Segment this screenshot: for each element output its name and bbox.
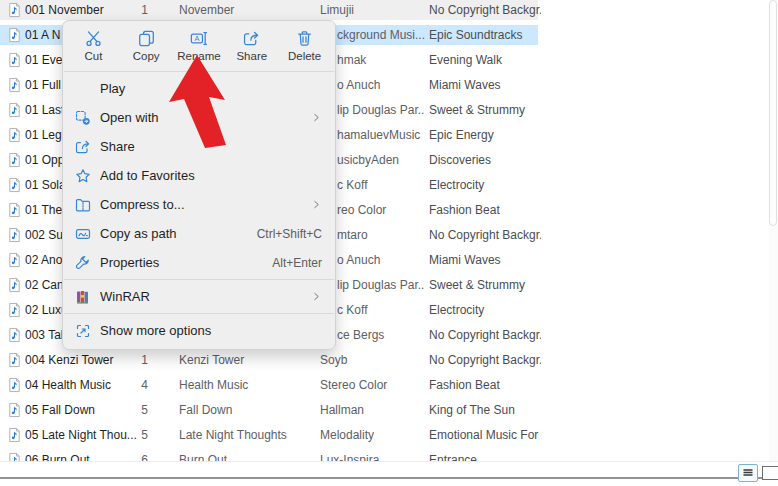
album: Epic Soundtracks bbox=[429, 25, 541, 45]
keyboard-shortcut: Ctrl+Shift+C bbox=[257, 227, 322, 241]
album: Electrocity bbox=[429, 300, 541, 320]
music-file-icon bbox=[7, 102, 22, 118]
music-file-icon bbox=[7, 202, 22, 218]
show-more-icon bbox=[75, 323, 91, 339]
file-row[interactable]: 05 Fall Down 5 Fall Down Hallman King of… bbox=[0, 400, 538, 420]
rename-button[interactable]: Rename bbox=[173, 23, 226, 69]
artist: ckground Musi... bbox=[337, 25, 425, 45]
artist: reo Color bbox=[337, 200, 425, 220]
album: Miami Waves bbox=[429, 75, 541, 95]
menu-separator bbox=[64, 71, 334, 72]
winrar-icon bbox=[75, 289, 91, 305]
artist: Stereo Color bbox=[320, 375, 424, 395]
file-row[interactable]: 04 Health Music 4 Health Music Stereo Co… bbox=[0, 375, 538, 395]
album: Electrocity bbox=[429, 175, 541, 195]
chevron-right-icon bbox=[311, 112, 322, 123]
music-file-icon bbox=[7, 77, 22, 93]
menu-item-play[interactable]: Play bbox=[63, 74, 335, 103]
chevron-right-icon bbox=[311, 199, 322, 210]
album: Miami Waves bbox=[429, 250, 541, 270]
artist: mtaro bbox=[337, 225, 425, 245]
music-file-icon bbox=[7, 252, 22, 268]
list-lines-icon bbox=[739, 465, 757, 481]
compress-icon bbox=[75, 197, 91, 213]
artist: Soyb bbox=[320, 350, 424, 370]
music-file-icon bbox=[7, 52, 22, 68]
window-bottom-line bbox=[0, 477, 778, 479]
song-title: Kenzi Tower bbox=[179, 350, 309, 370]
menu-item-compress-to[interactable]: Compress to... bbox=[63, 190, 335, 219]
artist: usicbyAden bbox=[337, 150, 425, 170]
album: King of The Sun bbox=[429, 400, 541, 420]
artist: Limujii bbox=[320, 0, 424, 20]
copy-icon bbox=[138, 30, 155, 47]
menu-item-share[interactable]: Share bbox=[63, 132, 335, 161]
album: Fashion Beat bbox=[429, 375, 541, 395]
album: Sweet & Strummy bbox=[429, 100, 541, 120]
menu-items: Play Open with Share Add to Favorites Co… bbox=[63, 74, 335, 345]
music-file-icon bbox=[7, 302, 22, 318]
music-file-icon bbox=[7, 327, 22, 343]
track-number: 1 bbox=[118, 0, 148, 20]
statusbar-divider bbox=[0, 461, 778, 462]
album: Fashion Beat bbox=[429, 200, 541, 220]
file-row[interactable]: 004 Kenzi Tower 1 Kenzi Tower Soyb No Co… bbox=[0, 350, 538, 370]
artist: hamaluevMusic bbox=[337, 125, 425, 145]
music-file-icon bbox=[7, 377, 22, 393]
menu-item-copy-as-path[interactable]: Copy as path Ctrl+Shift+C bbox=[63, 219, 335, 248]
menu-item-show-more-options[interactable]: Show more options bbox=[63, 316, 335, 345]
artist: lip Douglas Par... bbox=[337, 275, 425, 295]
share-icon bbox=[243, 30, 260, 47]
menu-item-open-with[interactable]: Open with bbox=[63, 103, 335, 132]
cut-button[interactable]: Cut bbox=[67, 23, 120, 69]
vertical-scrollbar[interactable] bbox=[769, 0, 778, 462]
artist: Melodality bbox=[320, 425, 424, 445]
share-icon bbox=[75, 139, 91, 155]
copy-button[interactable]: Copy bbox=[120, 23, 173, 69]
music-file-icon bbox=[7, 402, 22, 418]
song-title: November bbox=[179, 0, 309, 20]
artist: hmak bbox=[337, 50, 425, 70]
track-number: 5 bbox=[118, 425, 148, 445]
scrollbar-thumb[interactable] bbox=[769, 0, 777, 226]
file-row[interactable]: 001 November 1 November Limujii No Copyr… bbox=[0, 0, 538, 20]
details-view-toggle-button[interactable] bbox=[738, 464, 758, 482]
delete-button[interactable]: Delete bbox=[278, 23, 331, 69]
artist: lip Douglas Par... bbox=[337, 100, 425, 120]
artist: o Anuch bbox=[337, 75, 425, 95]
open-with-icon bbox=[75, 110, 91, 126]
context-menu: Cut Copy Rename Share Delete Play Open w… bbox=[62, 20, 336, 350]
album: No Copyright Backgr... bbox=[429, 350, 541, 370]
rename-icon bbox=[190, 30, 207, 47]
album: Evening Walk bbox=[429, 50, 541, 70]
quick-actions-row: Cut Copy Rename Share Delete bbox=[63, 21, 335, 69]
music-file-icon bbox=[7, 127, 22, 143]
album: No Copyright Backgr... bbox=[429, 0, 541, 20]
music-file-icon bbox=[7, 177, 22, 193]
delete-icon bbox=[296, 30, 313, 47]
album: Sweet & Strummy bbox=[429, 275, 541, 295]
copy-path-icon bbox=[75, 226, 91, 242]
cut-icon bbox=[85, 30, 102, 47]
music-file-icon bbox=[7, 27, 22, 43]
menu-item-properties[interactable]: Properties Alt+Enter bbox=[63, 248, 335, 277]
song-title: Fall Down bbox=[179, 400, 309, 420]
artist: ce Bergs bbox=[337, 325, 425, 345]
menu-separator bbox=[64, 279, 334, 280]
album: No Copyright Backgr... bbox=[429, 325, 541, 345]
menu-separator bbox=[64, 313, 334, 314]
wrench-icon bbox=[75, 255, 91, 271]
music-file-icon bbox=[7, 352, 22, 368]
artist: c Koff bbox=[337, 300, 425, 320]
file-row[interactable]: 05 Late Night Thou... 5 Late Night Thoug… bbox=[0, 425, 538, 445]
menu-item-add-to-favorites[interactable]: Add to Favorites bbox=[63, 161, 335, 190]
artist: Hallman bbox=[320, 400, 424, 420]
music-file-icon bbox=[7, 427, 22, 443]
track-number: 4 bbox=[118, 375, 148, 395]
share-button[interactable]: Share bbox=[225, 23, 278, 69]
artist: c Koff bbox=[337, 175, 425, 195]
large-icons-view-toggle-button[interactable] bbox=[762, 466, 778, 480]
music-file-icon bbox=[7, 277, 22, 293]
menu-item-winrar[interactable]: WinRAR bbox=[63, 282, 335, 311]
keyboard-shortcut: Alt+Enter bbox=[272, 256, 322, 270]
